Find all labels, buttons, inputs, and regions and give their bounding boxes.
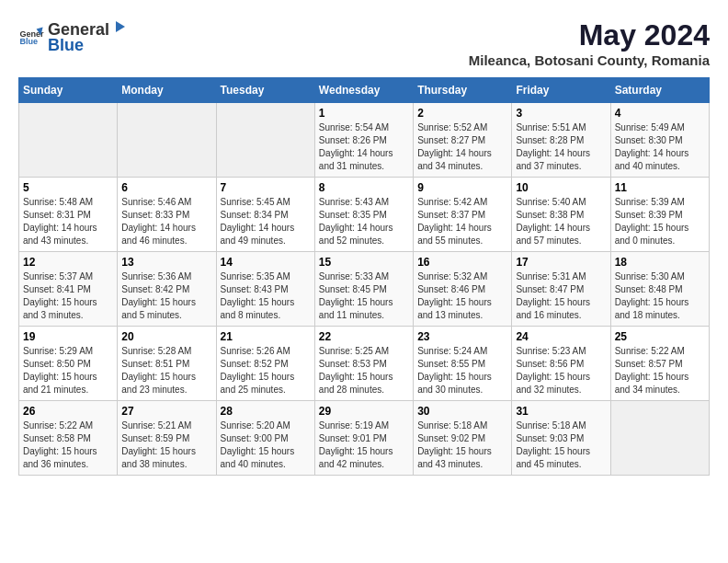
day-info: Sunrise: 5:21 AMSunset: 8:59 PMDaylight:… [121,419,211,471]
calendar-cell [216,103,314,178]
day-number: 27 [121,405,211,418]
day-number: 21 [221,330,311,343]
day-number: 30 [417,405,507,418]
calendar-cell: 2Sunrise: 5:52 AMSunset: 8:27 PMDaylight… [414,103,512,178]
day-number: 29 [319,405,409,418]
day-number: 23 [417,330,507,343]
calendar-cell: 4Sunrise: 5:49 AMSunset: 8:30 PMDaylight… [610,103,709,178]
day-info: Sunrise: 5:51 AMSunset: 8:28 PMDaylight:… [516,121,606,173]
calendar-cell: 26Sunrise: 5:22 AMSunset: 8:58 PMDayligh… [19,401,118,476]
day-number: 18 [615,256,705,269]
day-number: 8 [319,181,409,194]
logo-icon: General Blue [18,24,44,50]
logo-arrow-icon [111,18,128,35]
day-info: Sunrise: 5:18 AMSunset: 9:02 PMDaylight:… [417,419,507,471]
day-info: Sunrise: 5:40 AMSunset: 8:38 PMDaylight:… [516,196,606,247]
calendar-cell: 13Sunrise: 5:36 AMSunset: 8:42 PMDayligh… [118,252,216,327]
calendar-week-row: 1Sunrise: 5:54 AMSunset: 8:26 PMDaylight… [19,103,710,178]
day-number: 16 [417,256,507,269]
subtitle: Mileanca, Botosani County, Romania [469,52,710,68]
calendar-header-wednesday: Wednesday [314,78,413,103]
day-number: 28 [221,405,311,418]
day-info: Sunrise: 5:23 AMSunset: 8:56 PMDaylight:… [516,345,606,396]
calendar-cell: 9Sunrise: 5:42 AMSunset: 8:37 PMDaylight… [414,178,512,252]
day-number: 17 [516,256,606,269]
calendar-cell: 14Sunrise: 5:35 AMSunset: 8:43 PMDayligh… [216,252,314,327]
svg-marker-2 [116,21,125,32]
calendar-cell: 10Sunrise: 5:40 AMSunset: 8:38 PMDayligh… [512,178,610,252]
day-info: Sunrise: 5:22 AMSunset: 8:58 PMDaylight:… [23,419,113,471]
calendar-cell: 22Sunrise: 5:25 AMSunset: 8:53 PMDayligh… [314,327,413,401]
calendar-cell: 5Sunrise: 5:48 AMSunset: 8:31 PMDaylight… [19,178,118,252]
calendar-cell: 20Sunrise: 5:28 AMSunset: 8:51 PMDayligh… [118,327,216,401]
day-info: Sunrise: 5:54 AMSunset: 8:26 PMDaylight:… [319,121,409,173]
calendar-cell: 29Sunrise: 5:19 AMSunset: 9:01 PMDayligh… [314,401,413,476]
day-info: Sunrise: 5:35 AMSunset: 8:43 PMDaylight:… [221,270,311,322]
day-info: Sunrise: 5:43 AMSunset: 8:35 PMDaylight:… [319,196,409,247]
calendar-week-row: 19Sunrise: 5:29 AMSunset: 8:50 PMDayligh… [19,327,710,401]
calendar-week-row: 26Sunrise: 5:22 AMSunset: 8:58 PMDayligh… [19,401,710,476]
day-number: 2 [417,107,507,120]
day-info: Sunrise: 5:20 AMSunset: 9:00 PMDaylight:… [221,419,311,471]
day-info: Sunrise: 5:36 AMSunset: 8:42 PMDaylight:… [121,270,211,322]
calendar-cell: 25Sunrise: 5:22 AMSunset: 8:57 PMDayligh… [610,327,709,401]
day-info: Sunrise: 5:29 AMSunset: 8:50 PMDaylight:… [23,345,113,396]
day-info: Sunrise: 5:37 AMSunset: 8:41 PMDaylight:… [23,270,113,322]
day-number: 10 [516,181,606,194]
page-header: General Blue General Blue May 2024 Milea… [18,18,710,68]
calendar-header-saturday: Saturday [610,78,709,103]
day-number: 24 [516,330,606,343]
day-number: 1 [319,107,409,120]
calendar-cell: 23Sunrise: 5:24 AMSunset: 8:55 PMDayligh… [414,327,512,401]
day-number: 9 [417,181,507,194]
calendar-cell: 12Sunrise: 5:37 AMSunset: 8:41 PMDayligh… [19,252,118,327]
calendar-cell [118,103,216,178]
calendar-header-tuesday: Tuesday [216,78,314,103]
calendar-cell: 6Sunrise: 5:46 AMSunset: 8:33 PMDaylight… [118,178,216,252]
calendar-cell: 3Sunrise: 5:51 AMSunset: 8:28 PMDaylight… [512,103,610,178]
day-info: Sunrise: 5:22 AMSunset: 8:57 PMDaylight:… [615,345,705,396]
calendar-cell [19,103,118,178]
day-number: 15 [319,256,409,269]
calendar-cell: 28Sunrise: 5:20 AMSunset: 9:00 PMDayligh… [216,401,314,476]
calendar-cell: 21Sunrise: 5:26 AMSunset: 8:52 PMDayligh… [216,327,314,401]
calendar-week-row: 12Sunrise: 5:37 AMSunset: 8:41 PMDayligh… [19,252,710,327]
calendar-cell: 18Sunrise: 5:30 AMSunset: 8:48 PMDayligh… [610,252,709,327]
calendar-header-monday: Monday [118,78,216,103]
calendar-cell: 30Sunrise: 5:18 AMSunset: 9:02 PMDayligh… [414,401,512,476]
day-info: Sunrise: 5:30 AMSunset: 8:48 PMDaylight:… [615,270,705,322]
calendar-cell: 11Sunrise: 5:39 AMSunset: 8:39 PMDayligh… [610,178,709,252]
calendar-cell: 1Sunrise: 5:54 AMSunset: 8:26 PMDaylight… [314,103,413,178]
day-number: 19 [23,330,113,343]
day-info: Sunrise: 5:49 AMSunset: 8:30 PMDaylight:… [615,121,705,173]
calendar-header-sunday: Sunday [19,78,118,103]
calendar-cell [610,401,709,476]
calendar-table: SundayMondayTuesdayWednesdayThursdayFrid… [18,77,710,476]
calendar-header-friday: Friday [512,78,610,103]
day-number: 13 [121,256,211,269]
day-number: 7 [221,181,311,194]
day-info: Sunrise: 5:48 AMSunset: 8:31 PMDaylight:… [23,196,113,247]
day-number: 26 [23,405,113,418]
day-number: 31 [516,405,606,418]
day-info: Sunrise: 5:26 AMSunset: 8:52 PMDaylight:… [221,345,311,396]
calendar-header-thursday: Thursday [414,78,512,103]
day-info: Sunrise: 5:19 AMSunset: 9:01 PMDaylight:… [319,419,409,471]
day-number: 11 [615,181,705,194]
day-info: Sunrise: 5:39 AMSunset: 8:39 PMDaylight:… [615,196,705,247]
day-info: Sunrise: 5:18 AMSunset: 9:03 PMDaylight:… [516,419,606,471]
day-info: Sunrise: 5:46 AMSunset: 8:33 PMDaylight:… [121,196,211,247]
calendar-week-row: 5Sunrise: 5:48 AMSunset: 8:31 PMDaylight… [19,178,710,252]
calendar-cell: 7Sunrise: 5:45 AMSunset: 8:34 PMDaylight… [216,178,314,252]
day-number: 12 [23,256,113,269]
svg-text:Blue: Blue [19,37,38,46]
calendar-cell: 27Sunrise: 5:21 AMSunset: 8:59 PMDayligh… [118,401,216,476]
calendar-cell: 15Sunrise: 5:33 AMSunset: 8:45 PMDayligh… [314,252,413,327]
day-number: 20 [121,330,211,343]
day-info: Sunrise: 5:32 AMSunset: 8:46 PMDaylight:… [417,270,507,322]
day-info: Sunrise: 5:42 AMSunset: 8:37 PMDaylight:… [417,196,507,247]
calendar-cell: 17Sunrise: 5:31 AMSunset: 8:47 PMDayligh… [512,252,610,327]
day-info: Sunrise: 5:52 AMSunset: 8:27 PMDaylight:… [417,121,507,173]
day-info: Sunrise: 5:28 AMSunset: 8:51 PMDaylight:… [121,345,211,396]
day-number: 5 [23,181,113,194]
